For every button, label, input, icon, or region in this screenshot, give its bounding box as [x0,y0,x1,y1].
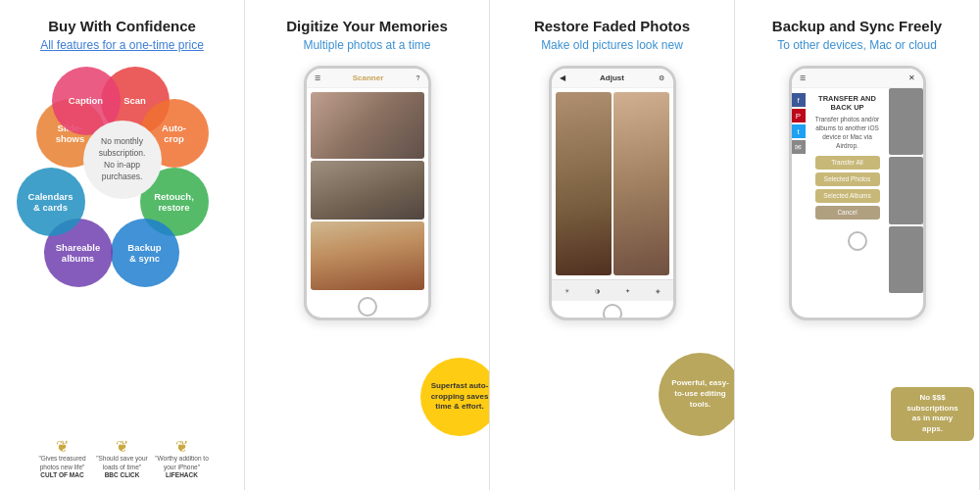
flower-center: No monthlysubscription.No in-apppurchase… [83,121,162,199]
phone2-statusbar: ☰ Scanner ? [307,69,428,88]
tool-exposure[interactable]: ☀ [564,287,569,294]
phone-mockup-2: ☰ Scanner ? [304,66,431,320]
phone2-menu-icon: ☰ [315,74,320,82]
side-photos-4 [889,88,923,293]
editing-badge: Powerful, easy-to-use editing tools. [659,353,735,436]
panel2-title: Digitize Your Memories [286,18,447,34]
photo-baby [311,92,424,159]
tool-contrast[interactable]: ◑ [595,287,600,294]
award-3: ❦ "Worthy addition to your iPhone" LIFEH… [155,439,209,478]
award-source-2: BBC CLICK [105,471,140,478]
panel-digitize: Digitize Your Memories Multiple photos a… [245,0,490,490]
panel1-subtitle-text: All features for a one-time price [40,38,204,52]
tool-saturation[interactable]: ◈ [656,287,661,294]
laurel-icon-2: ❦ [116,439,128,455]
awards-row: ❦ "Gives treasured photos new life" CULT… [35,431,209,478]
photo-before [556,92,612,275]
phone4-close-icon[interactable]: ✕ [908,74,915,82]
panel-backup: Backup and Sync Freely To other devices,… [735,0,980,490]
photo3-toolbar: ☀ ◑ ✦ ◈ [552,279,673,301]
no-subscriptions-badge: No $$$subscriptionsas in manyapps. [891,387,974,441]
phone2-help-icon: ? [416,74,420,81]
panel-restore: Restore Faded Photos Make old pictures l… [490,0,735,490]
tool-warmth[interactable]: ✦ [625,287,630,294]
photo-woman [311,161,424,220]
panel4-subtitle: To other devices, Mac or cloud [777,38,937,52]
phone4-menu-icon: ☰ [800,74,806,82]
phone4-statusbar: ☰ ✕ [792,69,923,88]
phone-mockup-4: f P t ✉ ☰ ✕ TRANSFER AND BACK UP Transfe… [789,66,926,320]
laurel-icon-3: ❦ [175,439,188,455]
autocrop-badge: Superfast auto-cropping saves time & eff… [420,358,490,436]
transfer-desc: Transfer photos and/or albums to another… [815,115,880,150]
award-1: ❦ "Gives treasured photos new life" CULT… [35,439,89,478]
phone3-home-btn[interactable] [603,304,622,320]
panel4-title: Backup and Sync Freely [772,18,942,34]
award-quote-3: "Worthy addition to your iPhone" [155,455,209,471]
award-quote-2: "Should save your loads of time" [95,455,149,471]
phone3-screen: ☀ ◑ ✦ ◈ [552,88,673,301]
phone3-statusbar: ◀ Adjust ⚙ [552,69,673,88]
btn-selected-photos[interactable]: Selected Photos [815,172,880,186]
phone2-home-btn[interactable] [358,297,377,317]
phone3-title: Adjust [600,74,624,82]
side-photo-3 [889,226,923,293]
petal-backup: Backup& sync [111,219,179,287]
laurel-icon-1: ❦ [56,439,69,455]
phone3-action-icon: ⚙ [659,74,664,82]
btn-transfer-all[interactable]: Transfer All [815,156,880,170]
btn-selected-albums[interactable]: Selected Albums [815,189,880,203]
photo-after [613,92,669,275]
photo-boy [311,221,424,290]
transfer-screen: TRANSFER AND BACK UP Transfer photos and… [809,88,886,228]
award-quote-1: "Gives treasured photos new life" [35,455,89,471]
phone2-app-title: Scanner [353,74,384,82]
transfer-title: TRANSFER AND BACK UP [815,94,880,112]
panel1-subtitle: All features for a one-time price [40,38,204,52]
phone-mockup-3: ◀ Adjust ⚙ ☀ ◑ ✦ ◈ [549,66,676,320]
panel3-title: Restore Faded Photos [534,18,690,34]
phone2-screen [307,88,428,294]
panel-buy-confidence: Buy With Confidence All features for a o… [0,0,245,490]
side-photo-1 [889,88,923,155]
panel2-subtitle: Multiple photos at a time [303,38,430,52]
phone3-back-icon: ◀ [560,74,565,82]
petal-calendars: Calendars& cards [17,168,85,236]
award-2: ❦ "Should save your loads of time" BBC C… [95,439,149,478]
side-photo-2 [889,157,923,223]
panel1-title: Buy With Confidence [48,18,196,34]
photo-grid-2 [307,88,428,294]
panel3-subtitle: Make old pictures look new [541,38,683,52]
feature-flower: Scan Auto-crop Retouch,restore Backup& s… [34,62,211,258]
phone4-home-btn[interactable] [848,231,867,251]
btn-cancel[interactable]: Cancel [815,206,880,220]
award-source-1: CULT OF MAC [40,471,83,478]
award-source-3: LIFEHACK [166,471,198,478]
